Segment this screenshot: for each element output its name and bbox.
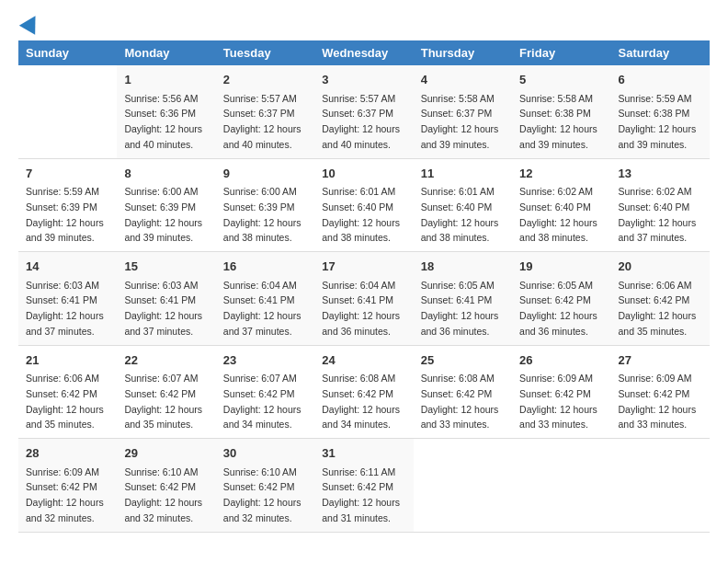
day-sunset: Sunset: 6:37 PM bbox=[421, 108, 493, 119]
calendar-cell: 9Sunrise: 6:00 AMSunset: 6:39 PMDaylight… bbox=[216, 158, 314, 252]
day-number: 12 bbox=[519, 165, 603, 183]
day-daylight: Daylight: 12 hours and 35 minutes. bbox=[26, 404, 104, 431]
day-daylight: Daylight: 12 hours and 37 minutes. bbox=[26, 310, 104, 337]
day-sunset: Sunset: 6:37 PM bbox=[322, 108, 393, 119]
day-daylight: Daylight: 12 hours and 32 minutes. bbox=[26, 497, 104, 523]
day-sunrise: Sunrise: 6:00 AM bbox=[223, 186, 297, 197]
day-sunset: Sunset: 6:42 PM bbox=[124, 388, 196, 399]
calendar-table: SundayMondayTuesdayWednesdayThursdayFrid… bbox=[18, 40, 710, 533]
header-thursday: Thursday bbox=[414, 40, 512, 65]
day-sunrise: Sunrise: 5:57 AM bbox=[322, 93, 395, 104]
day-sunset: Sunset: 6:42 PM bbox=[223, 388, 295, 399]
calendar-cell: 15Sunrise: 6:03 AMSunset: 6:41 PMDayligh… bbox=[117, 252, 215, 346]
header-tuesday: Tuesday bbox=[216, 40, 314, 65]
day-sunrise: Sunrise: 6:01 AM bbox=[421, 186, 495, 197]
calendar-cell: 2Sunrise: 5:57 AMSunset: 6:37 PMDaylight… bbox=[216, 65, 314, 158]
day-number: 31 bbox=[322, 444, 405, 463]
day-sunset: Sunset: 6:39 PM bbox=[124, 201, 196, 213]
day-sunset: Sunset: 6:42 PM bbox=[519, 294, 591, 305]
day-daylight: Daylight: 12 hours and 33 minutes. bbox=[421, 404, 499, 431]
day-daylight: Daylight: 12 hours and 39 minutes. bbox=[124, 217, 202, 244]
day-number: 4 bbox=[421, 71, 505, 89]
day-sunrise: Sunrise: 6:06 AM bbox=[619, 280, 692, 291]
day-daylight: Daylight: 12 hours and 31 minutes. bbox=[322, 497, 400, 523]
day-sunrise: Sunrise: 6:07 AM bbox=[124, 373, 198, 384]
calendar-cell: 13Sunrise: 6:02 AMSunset: 6:40 PMDayligh… bbox=[611, 158, 710, 252]
day-number: 18 bbox=[421, 258, 505, 276]
day-sunrise: Sunrise: 6:04 AM bbox=[322, 280, 395, 291]
day-number: 6 bbox=[619, 71, 702, 89]
day-number: 9 bbox=[223, 165, 307, 183]
day-sunset: Sunset: 6:42 PM bbox=[519, 388, 591, 399]
day-sunset: Sunset: 6:41 PM bbox=[322, 294, 393, 305]
calendar-cell bbox=[414, 439, 512, 533]
day-sunset: Sunset: 6:36 PM bbox=[124, 108, 196, 119]
calendar-cell: 20Sunrise: 6:06 AMSunset: 6:42 PMDayligh… bbox=[611, 252, 710, 346]
day-number: 28 bbox=[26, 444, 109, 463]
day-sunset: Sunset: 6:42 PM bbox=[322, 481, 393, 492]
day-number: 30 bbox=[223, 444, 307, 463]
day-daylight: Daylight: 12 hours and 40 minutes. bbox=[223, 123, 301, 150]
calendar-cell: 7Sunrise: 5:59 AMSunset: 6:39 PMDaylight… bbox=[18, 158, 117, 252]
day-daylight: Daylight: 12 hours and 38 minutes. bbox=[519, 217, 597, 244]
day-daylight: Daylight: 12 hours and 36 minutes. bbox=[322, 310, 400, 337]
day-number: 7 bbox=[26, 165, 109, 183]
day-sunrise: Sunrise: 6:09 AM bbox=[26, 466, 99, 477]
day-sunrise: Sunrise: 6:09 AM bbox=[619, 373, 692, 384]
calendar-cell: 16Sunrise: 6:04 AMSunset: 6:41 PMDayligh… bbox=[216, 252, 314, 346]
day-number: 26 bbox=[519, 351, 603, 370]
day-daylight: Daylight: 12 hours and 35 minutes. bbox=[124, 404, 202, 431]
calendar-cell: 24Sunrise: 6:08 AMSunset: 6:42 PMDayligh… bbox=[314, 345, 413, 439]
day-sunset: Sunset: 6:41 PM bbox=[124, 294, 196, 305]
day-number: 2 bbox=[223, 71, 307, 89]
day-sunrise: Sunrise: 5:59 AM bbox=[619, 93, 692, 104]
calendar-cell: 14Sunrise: 6:03 AMSunset: 6:41 PMDayligh… bbox=[18, 252, 117, 346]
day-number: 15 bbox=[124, 258, 208, 276]
day-daylight: Daylight: 12 hours and 37 minutes. bbox=[619, 217, 697, 244]
calendar-cell: 5Sunrise: 5:58 AMSunset: 6:38 PMDaylight… bbox=[512, 65, 610, 158]
calendar-cell: 19Sunrise: 6:05 AMSunset: 6:42 PMDayligh… bbox=[512, 252, 610, 346]
calendar-cell: 22Sunrise: 6:07 AMSunset: 6:42 PMDayligh… bbox=[117, 345, 215, 439]
day-number: 1 bbox=[124, 71, 208, 89]
day-number: 22 bbox=[124, 351, 208, 370]
calendar-cell: 31Sunrise: 6:11 AMSunset: 6:42 PMDayligh… bbox=[314, 439, 413, 533]
day-number: 29 bbox=[124, 444, 208, 463]
day-sunrise: Sunrise: 6:08 AM bbox=[421, 373, 495, 384]
day-sunset: Sunset: 6:41 PM bbox=[26, 294, 97, 305]
day-sunrise: Sunrise: 6:05 AM bbox=[421, 280, 495, 291]
day-sunset: Sunset: 6:42 PM bbox=[421, 388, 493, 399]
calendar-cell bbox=[512, 439, 610, 533]
day-sunset: Sunset: 6:40 PM bbox=[619, 201, 690, 213]
day-daylight: Daylight: 12 hours and 36 minutes. bbox=[421, 310, 499, 337]
day-sunrise: Sunrise: 5:58 AM bbox=[519, 93, 593, 104]
day-daylight: Daylight: 12 hours and 34 minutes. bbox=[223, 404, 301, 431]
day-number: 27 bbox=[619, 351, 702, 370]
day-number: 24 bbox=[322, 351, 405, 370]
day-number: 13 bbox=[619, 165, 702, 183]
day-daylight: Daylight: 12 hours and 33 minutes. bbox=[619, 404, 697, 431]
calendar-cell: 25Sunrise: 6:08 AMSunset: 6:42 PMDayligh… bbox=[414, 345, 512, 439]
day-sunset: Sunset: 6:42 PM bbox=[26, 481, 97, 492]
calendar-cell: 17Sunrise: 6:04 AMSunset: 6:41 PMDayligh… bbox=[314, 252, 413, 346]
day-daylight: Daylight: 12 hours and 33 minutes. bbox=[519, 404, 597, 431]
day-sunset: Sunset: 6:39 PM bbox=[223, 201, 295, 213]
day-sunset: Sunset: 6:38 PM bbox=[619, 108, 690, 119]
day-daylight: Daylight: 12 hours and 39 minutes. bbox=[421, 123, 499, 150]
calendar-cell: 11Sunrise: 6:01 AMSunset: 6:40 PMDayligh… bbox=[414, 158, 512, 252]
day-sunset: Sunset: 6:41 PM bbox=[223, 294, 295, 305]
day-sunset: Sunset: 6:40 PM bbox=[421, 201, 493, 213]
header-wednesday: Wednesday bbox=[314, 40, 413, 65]
calendar-week-3: 14Sunrise: 6:03 AMSunset: 6:41 PMDayligh… bbox=[18, 252, 710, 346]
day-number: 21 bbox=[26, 351, 109, 370]
calendar-cell: 6Sunrise: 5:59 AMSunset: 6:38 PMDaylight… bbox=[611, 65, 710, 158]
day-sunset: Sunset: 6:42 PM bbox=[322, 388, 393, 399]
day-daylight: Daylight: 12 hours and 39 minutes. bbox=[519, 123, 597, 150]
day-sunset: Sunset: 6:42 PM bbox=[619, 294, 690, 305]
day-sunset: Sunset: 6:42 PM bbox=[26, 388, 97, 399]
day-sunset: Sunset: 6:42 PM bbox=[223, 481, 295, 492]
day-number: 10 bbox=[322, 165, 405, 183]
day-number: 25 bbox=[421, 351, 505, 370]
day-daylight: Daylight: 12 hours and 32 minutes. bbox=[223, 497, 301, 523]
day-daylight: Daylight: 12 hours and 39 minutes. bbox=[26, 217, 104, 244]
day-daylight: Daylight: 12 hours and 35 minutes. bbox=[619, 310, 697, 337]
